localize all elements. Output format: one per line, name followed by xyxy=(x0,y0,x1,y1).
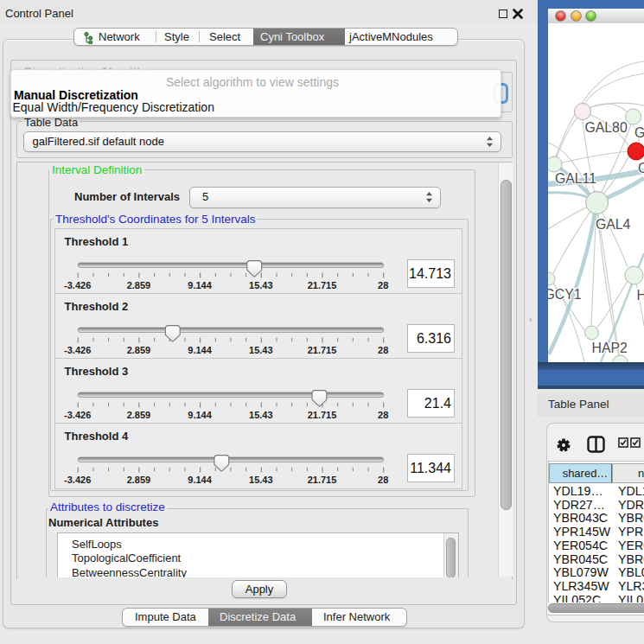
svg-text:C: C xyxy=(638,161,644,175)
svg-text:GA: GA xyxy=(634,125,644,140)
svg-text:HI: HI xyxy=(637,288,644,303)
svg-text:GAL11: GAL11 xyxy=(555,171,596,186)
svg-text:GAL80: GAL80 xyxy=(585,120,628,135)
svg-text:GAL4: GAL4 xyxy=(596,217,631,232)
svg-text:HAP2: HAP2 xyxy=(592,341,628,355)
svg-text:GCY1: GCY1 xyxy=(548,287,582,302)
